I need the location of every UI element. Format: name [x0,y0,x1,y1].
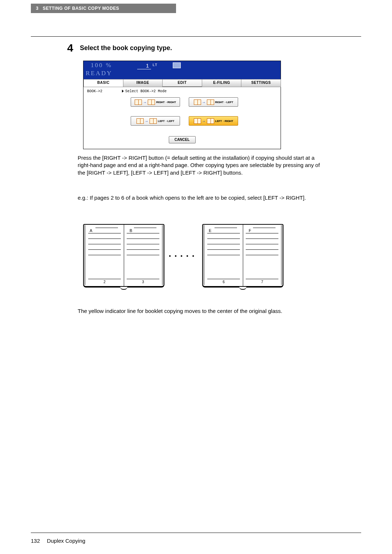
tab-image[interactable]: IMAGE [123,79,163,87]
book-icon [194,99,201,105]
step-title: Select the book copying type. [80,44,172,52]
page-number: 2 [88,279,121,284]
section-name: Duplex Copying [47,538,85,544]
book-icon [207,118,214,124]
tab-basic[interactable]: BASIC [83,79,123,87]
screen-body: BOOK->2 Select BOOK->2 Mode → RIGHT→RIGH… [83,87,281,149]
cancel-button[interactable]: CANCEL [169,136,196,143]
page-number: 7 [246,279,278,284]
page-lines [246,228,278,277]
right-to-left-button[interactable]: → RIGHT→LEFT [189,97,238,107]
arrow-right-icon: → [202,100,206,104]
chapter-number: 3 [36,6,38,11]
divider-top [31,36,361,37]
book-right: E F 6 7 [202,224,283,288]
book-icon [136,118,144,124]
status-text: READY [86,70,113,77]
mode-path: BOOK->2 [87,89,102,93]
page-lines [207,228,240,277]
book-illustration: A B 2 3 ●●●●● E F 6 7 [83,224,283,288]
chevron-right-icon [122,90,124,93]
book-icon [135,99,142,105]
book-icon [148,99,155,105]
page-lines [88,228,121,277]
divider-bottom [31,533,361,533]
tab-edit[interactable]: EDIT [162,79,202,87]
copier-screen: 100 % READY 1 LT BASIC IMAGE EDIT E-FILI… [83,61,281,149]
book-left: A B 2 3 [83,224,164,288]
tab-bar: BASIC IMAGE EDIT E-FILING SETTINGS [83,79,281,87]
book-icon [207,99,214,105]
panel-title: Select BOOK->2 Mode [125,89,167,93]
page-footer: 132 Duplex Copying [31,538,85,544]
step-number: 4 [67,42,73,54]
book-icon [194,118,201,124]
arrow-right-icon: → [145,119,148,123]
mode-label: LEFT→RIGHT [215,119,233,123]
page-number: 132 [31,538,45,544]
arrow-right-icon: → [143,100,147,104]
book-icon [150,118,157,124]
quantity-value: 1 [137,62,151,69]
zoom-value: 100 % [91,62,112,69]
ellipsis-icon: ●●●●● [169,254,198,258]
page-lines [127,228,159,277]
mode-label: RIGHT→RIGHT [156,101,176,104]
screen-status-bar: 100 % READY 1 LT [83,61,281,79]
page-number: 3 [127,279,159,284]
page-number: 6 [207,279,240,284]
instruction-text-1: Press the [RIGHT -> RIGHT] button (= def… [78,154,324,176]
left-to-left-button[interactable]: → LEFT→LEFT [131,116,180,126]
paper-size: LT [152,63,157,67]
chapter-header: 3 SETTING OF BASIC COPY MODES [31,4,176,13]
tab-settings[interactable]: SETTINGS [241,79,281,87]
orientation-icon [173,62,181,68]
arrow-right-icon: → [202,119,206,123]
left-to-right-button[interactable]: → LEFT→RIGHT [189,116,238,126]
mode-label: RIGHT→LEFT [215,101,233,104]
tab-efiling[interactable]: E-FILING [202,79,242,87]
mode-label: LEFT→LEFT [158,119,174,123]
instruction-text-2: e.g.: If pages 2 to 6 of a book which op… [78,194,324,201]
instruction-text-3: The yellow indicator line for booklet co… [78,307,324,315]
right-to-right-button[interactable]: → RIGHT→RIGHT [131,97,180,107]
chapter-title: SETTING OF BASIC COPY MODES [43,6,119,11]
